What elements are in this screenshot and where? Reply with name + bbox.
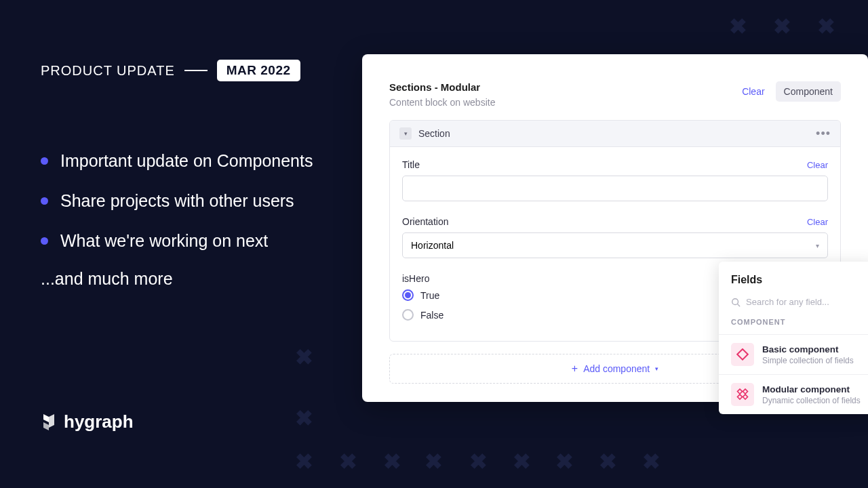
bullet-dot-icon bbox=[41, 237, 48, 245]
bullet-text: Important update on Components bbox=[60, 149, 313, 173]
orientation-label: Orientation bbox=[402, 216, 448, 227]
chevron-down-icon: ▾ bbox=[655, 365, 658, 372]
search-icon bbox=[731, 298, 741, 307]
title-label: Title bbox=[402, 159, 420, 170]
bullet-item: Important update on Components bbox=[41, 149, 332, 173]
header-divider bbox=[184, 70, 208, 71]
orientation-value: Horizontal bbox=[411, 240, 454, 251]
radio-label: False bbox=[420, 310, 443, 321]
decoration-x: ✖ bbox=[599, 449, 617, 474]
title-input[interactable] bbox=[402, 176, 828, 201]
decoration-x: ✖ bbox=[469, 449, 488, 474]
clear-button[interactable]: Clear bbox=[736, 82, 770, 101]
chevron-down-icon: ▾ bbox=[816, 242, 819, 249]
radio-unselected-icon bbox=[402, 309, 414, 321]
field-item-title: Modular component bbox=[762, 384, 861, 394]
header-label: PRODUCT UPDATE bbox=[41, 63, 175, 79]
radio-label: True bbox=[420, 290, 439, 301]
header-badge: MAR 2022 bbox=[217, 60, 300, 81]
decoration-x: ✖ bbox=[642, 449, 660, 474]
add-component-label: Add component bbox=[583, 363, 650, 374]
decoration-x: ✖ bbox=[339, 449, 357, 474]
panel-header: Sections - Modular Content block on webs… bbox=[389, 81, 841, 108]
field-item-title: Basic component bbox=[762, 344, 854, 354]
field-title: Title Clear bbox=[402, 159, 828, 201]
decoration-x: ✖ bbox=[295, 405, 313, 431]
bullet-item: What we're working on next bbox=[41, 229, 332, 253]
brand-name: hygraph bbox=[64, 411, 134, 432]
decoration-x: ✖ bbox=[383, 449, 401, 474]
field-item-subtitle: Dynamic collection of fields bbox=[762, 396, 861, 405]
hygraph-logo-icon bbox=[41, 413, 57, 432]
decoration-x: ✖ bbox=[817, 14, 835, 39]
section-label: Section bbox=[418, 128, 450, 139]
decoration-x: ✖ bbox=[295, 344, 313, 370]
bullet-text: Share projects with other users bbox=[60, 189, 294, 213]
more-text: ...and much more bbox=[41, 269, 332, 289]
more-horizontal-icon: ••• bbox=[816, 127, 831, 140]
orientation-clear-button[interactable]: Clear bbox=[807, 217, 828, 227]
section-card-header: ▾ Section ••• bbox=[390, 121, 840, 147]
decoration-x: ✖ bbox=[729, 14, 747, 39]
panel-title: Sections - Modular bbox=[389, 81, 495, 93]
collapse-toggle[interactable]: ▾ bbox=[399, 127, 412, 140]
decoration-x: ✖ bbox=[555, 449, 574, 474]
decoration-x: ✖ bbox=[425, 449, 443, 474]
svg-rect-4 bbox=[743, 389, 747, 394]
field-item-modular-component[interactable]: Modular component Dynamic collection of … bbox=[719, 374, 868, 414]
svg-rect-6 bbox=[743, 394, 747, 399]
bullet-dot-icon bbox=[41, 197, 48, 205]
svg-rect-2 bbox=[737, 349, 748, 360]
bullet-list: Important update on Components Share pro… bbox=[41, 149, 332, 289]
panel-subtitle: Content block on website bbox=[389, 97, 495, 108]
title-clear-button[interactable]: Clear bbox=[807, 160, 828, 170]
field-orientation: Orientation Clear Horizontal ▾ bbox=[402, 216, 828, 258]
plus-icon: + bbox=[572, 363, 578, 375]
orientation-select[interactable]: Horizontal ▾ bbox=[402, 232, 828, 258]
radio-selected-icon bbox=[402, 289, 414, 301]
bullet-item: Share projects with other users bbox=[41, 189, 332, 213]
brand-logo: hygraph bbox=[41, 411, 134, 432]
search-placeholder: Search for any field... bbox=[746, 297, 829, 307]
svg-rect-3 bbox=[737, 389, 742, 394]
decoration-x: ✖ bbox=[773, 14, 791, 39]
field-item-subtitle: Simple collection of fields bbox=[762, 356, 854, 365]
svg-rect-5 bbox=[737, 394, 742, 399]
bullet-dot-icon bbox=[41, 157, 48, 165]
modular-component-icon bbox=[731, 383, 754, 406]
decoration-x: ✖ bbox=[295, 449, 313, 474]
chevron-down-icon: ▾ bbox=[404, 130, 408, 137]
svg-line-1 bbox=[738, 304, 740, 306]
fields-sidebar: Fields Search for any field... COMPONENT… bbox=[719, 262, 868, 414]
page-header: PRODUCT UPDATE MAR 2022 bbox=[41, 60, 300, 81]
component-button[interactable]: Component bbox=[776, 81, 841, 102]
bullet-text: What we're working on next bbox=[60, 229, 268, 253]
fields-section-heading: COMPONENT bbox=[719, 318, 868, 334]
decoration-x: ✖ bbox=[513, 449, 531, 474]
fields-search-input[interactable]: Search for any field... bbox=[731, 297, 868, 307]
field-item-basic-component[interactable]: Basic component Simple collection of fie… bbox=[719, 334, 868, 374]
fields-title: Fields bbox=[719, 274, 868, 297]
basic-component-icon bbox=[731, 343, 754, 366]
more-menu-button[interactable]: ••• bbox=[816, 127, 831, 140]
